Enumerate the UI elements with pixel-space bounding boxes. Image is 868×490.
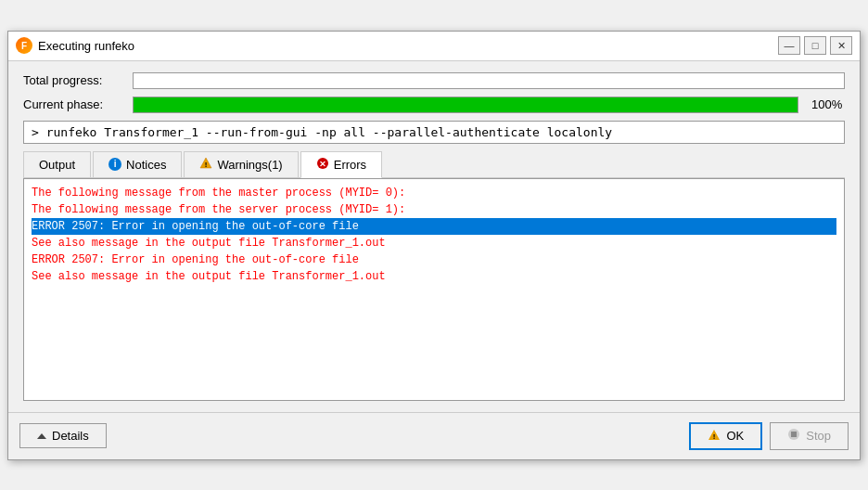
- tab-errors-label: Errors: [334, 158, 366, 172]
- output-line: The following message from the server pr…: [32, 201, 836, 218]
- total-progress-bar: [133, 72, 845, 89]
- footer-right: ! OK Stop: [689, 422, 849, 450]
- stop-label: Stop: [806, 429, 831, 443]
- output-line: ERROR 2507: Error in opening the out-of-…: [32, 251, 836, 268]
- svg-text:!: !: [205, 161, 208, 169]
- title-bar: F Executing runfeko — □ ✕: [8, 32, 860, 61]
- current-phase-percent: 100%: [811, 97, 845, 111]
- close-button[interactable]: ✕: [830, 36, 852, 55]
- output-line: See also message in the output file Tran…: [32, 235, 836, 251]
- error-icon: ✕: [316, 157, 329, 173]
- command-line: > runfeko Transformer_1 --run-from-gui -…: [23, 121, 845, 144]
- current-phase-label: Current phase:: [23, 97, 125, 111]
- content-area: Total progress: Current phase: 100% > ru…: [8, 61, 860, 412]
- tab-notices-label: Notices: [126, 158, 166, 172]
- chevron-up-icon: [37, 433, 46, 439]
- current-phase-row: Current phase: 100%: [23, 97, 845, 113]
- tab-warnings[interactable]: ! Warnings(1): [184, 151, 298, 177]
- svg-rect-7: [791, 432, 797, 437]
- stop-button[interactable]: Stop: [770, 422, 849, 450]
- output-line: See also message in the output file Tran…: [32, 268, 836, 285]
- window-title: Executing runfeko: [38, 39, 134, 53]
- app-icon: F: [16, 37, 32, 54]
- output-area[interactable]: The following message from the master pr…: [23, 178, 845, 401]
- main-window: F Executing runfeko — □ ✕ Total progress…: [7, 31, 861, 460]
- tab-notices[interactable]: i Notices: [93, 151, 182, 177]
- tab-output-label: Output: [39, 158, 75, 172]
- ok-warning-icon: !: [708, 429, 721, 444]
- svg-text:✕: ✕: [319, 160, 326, 169]
- tab-output[interactable]: Output: [23, 151, 91, 177]
- details-label: Details: [52, 429, 89, 443]
- total-progress-label: Total progress:: [23, 73, 125, 87]
- details-button[interactable]: Details: [19, 423, 107, 448]
- title-bar-left: F Executing runfeko: [16, 37, 134, 54]
- output-line: The following message from the master pr…: [32, 185, 836, 201]
- tab-errors[interactable]: ✕ Errors: [300, 151, 382, 178]
- total-progress-row: Total progress:: [23, 72, 845, 89]
- current-phase-fill: [134, 97, 798, 112]
- output-line: ERROR 2507: Error in opening the out-of-…: [32, 218, 836, 235]
- ok-button[interactable]: ! OK: [689, 422, 762, 450]
- minimize-button[interactable]: —: [778, 36, 800, 55]
- title-bar-buttons: — □ ✕: [778, 36, 852, 55]
- svg-text:!: !: [713, 432, 716, 441]
- current-phase-bar: [133, 97, 798, 113]
- tabs-row: Output i Notices ! Warnings(1): [23, 151, 845, 178]
- footer: Details ! OK St: [8, 412, 860, 459]
- tab-warnings-label: Warnings(1): [217, 158, 282, 172]
- ok-label: OK: [726, 429, 744, 443]
- warning-icon: !: [199, 157, 212, 172]
- footer-left: Details: [19, 423, 107, 448]
- info-icon: i: [108, 158, 121, 171]
- stop-icon: [787, 428, 800, 444]
- maximize-button[interactable]: □: [804, 36, 826, 55]
